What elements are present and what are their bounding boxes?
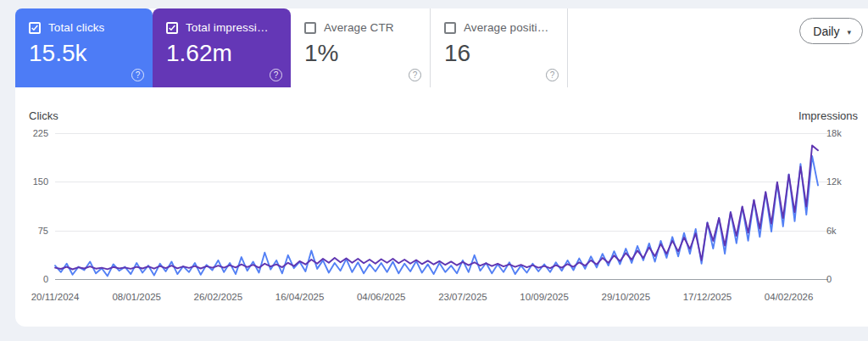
left-axis-title: Clicks (29, 109, 58, 122)
x-axis-label: 29/10/2025 (602, 292, 651, 302)
checkbox-total-impressions-checked[interactable] (166, 22, 178, 34)
right-axis-tick: 6k (826, 226, 837, 236)
help-icon[interactable]: ? (546, 69, 559, 81)
series-line-impressions[interactable] (55, 145, 818, 269)
granularity-dropdown[interactable]: Daily ▾ (799, 18, 863, 44)
performance-chart[interactable] (55, 133, 818, 280)
left-axis-tick: 150 (21, 176, 48, 187)
x-axis-label: 17/12/2025 (683, 292, 732, 302)
card-value: 15.5k (29, 40, 141, 67)
x-axis-label: 04/06/2025 (357, 292, 406, 302)
card-value: 1% (304, 40, 418, 67)
checkmark-icon (168, 23, 176, 32)
card-label: Total impressi… (186, 21, 269, 34)
metric-cards-bar: Total clicks 15.5k ? Total impressi… 1.6… (15, 8, 568, 87)
checkbox-average-position-unchecked[interactable] (444, 22, 456, 34)
x-axis-label: 16/04/2025 (275, 292, 325, 302)
x-axis-labels: 20/11/202408/01/202526/02/202516/04/2025… (15, 292, 868, 304)
right-axis-title: Impressions (798, 109, 858, 122)
x-axis-label: 04/02/2026 (765, 292, 814, 302)
card-label: Total clicks (48, 21, 104, 34)
card-value: 16 (444, 40, 555, 67)
card-total-clicks[interactable]: Total clicks 15.5k ? (15, 8, 153, 87)
card-label: Average positi… (464, 21, 548, 34)
x-axis-label: 10/09/2025 (520, 292, 569, 302)
help-icon[interactable]: ? (270, 69, 282, 81)
right-axis-tick: 0 (826, 274, 832, 284)
right-axis-tick: 18k (826, 128, 842, 138)
x-axis-label: 23/07/2025 (438, 292, 487, 302)
checkmark-icon (31, 23, 39, 32)
series-line-clicks[interactable] (55, 156, 818, 277)
left-axis-tick: 75 (21, 226, 48, 236)
left-axis-tick: 0 (21, 274, 48, 284)
chevron-down-icon: ▾ (847, 28, 851, 36)
chart-series-svg[interactable] (55, 133, 818, 280)
x-axis-label: 26/02/2025 (194, 292, 243, 302)
help-icon[interactable]: ? (131, 69, 144, 81)
checkbox-average-ctr-unchecked[interactable] (304, 22, 316, 34)
checkbox-total-clicks-checked[interactable] (29, 22, 41, 34)
left-axis-tick: 225 (21, 128, 48, 138)
performance-panel: Total clicks 15.5k ? Total impressi… 1.6… (15, 8, 868, 327)
x-axis-label: 08/01/2025 (112, 292, 161, 302)
card-average-ctr[interactable]: Average CTR 1% ? (291, 8, 431, 87)
card-average-position[interactable]: Average positi… 16 ? (431, 8, 568, 87)
help-icon[interactable]: ? (409, 69, 421, 81)
right-axis-tick: 12k (826, 176, 842, 187)
card-total-impressions[interactable]: Total impressi… 1.62m ? (153, 8, 291, 87)
x-axis-label: 20/11/2024 (31, 292, 80, 302)
granularity-value: Daily (813, 25, 839, 38)
card-value: 1.62m (166, 40, 279, 67)
card-label: Average CTR (324, 21, 394, 34)
